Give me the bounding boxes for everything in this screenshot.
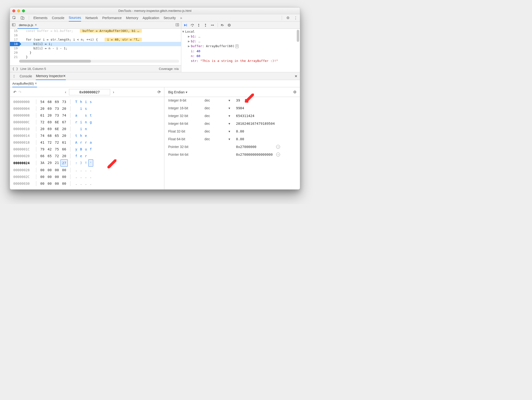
debugger-toggle-icon[interactable] [175, 23, 179, 27]
ascii-byte[interactable]: r [79, 139, 84, 146]
line-number[interactable]: 15 [10, 29, 19, 33]
line-number[interactable]: 16 [10, 33, 19, 37]
scope-variable[interactable]: n: 60 [182, 54, 300, 59]
hex-byte[interactable]: 41 [39, 139, 46, 146]
ascii-byte[interactable]: . [88, 180, 93, 187]
hex-byte[interactable]: 72 [53, 139, 61, 146]
line-number[interactable]: 20 [10, 51, 19, 55]
scope-variables[interactable]: ▼Local ▶b1: … ▶b2: … ▶buffer: ArrayBuffe… [181, 29, 300, 72]
line-number[interactable]: 19 [10, 46, 19, 51]
hex-byte[interactable]: 00 [53, 180, 61, 187]
ascii-byte[interactable]: h [79, 132, 84, 139]
ascii-byte[interactable]: n [84, 119, 88, 126]
main-tab-elements[interactable]: Elements [33, 16, 47, 20]
ascii-byte[interactable]: . [84, 173, 88, 180]
ascii-byte[interactable]: n [84, 126, 88, 132]
hex-byte[interactable]: 72 [53, 153, 61, 159]
ascii-byte[interactable]: . [79, 180, 84, 187]
ascii-byte[interactable]: A [74, 139, 79, 146]
code-line[interactable]: } [19, 55, 28, 59]
code-line[interactable] [19, 33, 26, 37]
refresh-icon[interactable]: ⟳ [158, 90, 161, 94]
ascii-byte[interactable]: ) [79, 159, 84, 167]
hex-byte[interactable]: 79 [39, 146, 46, 153]
ascii-byte[interactable]: e [79, 153, 84, 159]
ascii-byte[interactable]: s [84, 105, 88, 112]
hex-row[interactable]: 0000000861207374a st [13, 112, 161, 119]
close-drawer-icon[interactable]: ✕ [295, 74, 297, 78]
main-tab-sources[interactable]: Sources [69, 15, 81, 22]
ascii-byte[interactable]: . [84, 180, 88, 187]
hex-byte[interactable]: 00 [46, 173, 53, 180]
line-number[interactable]: 18 [10, 42, 19, 46]
address-input[interactable] [69, 89, 110, 95]
ascii-byte[interactable]: t [88, 112, 93, 119]
ascii-byte[interactable]: T [74, 98, 79, 105]
ascii-byte[interactable]: s [84, 112, 88, 119]
file-tab-demo-js[interactable]: demo-js.js ✕ [17, 22, 38, 29]
step-over-button[interactable] [190, 23, 194, 27]
settings-gear-icon[interactable]: ⚙ [286, 16, 289, 20]
code-editor[interactable]: 15 const buffer = b1.buffer; buffer = Ar… [10, 29, 181, 65]
scope-variable[interactable]: ▶b1: … [182, 34, 300, 39]
ascii-byte[interactable]: ! [84, 159, 88, 167]
ascii-byte[interactable]: i [84, 98, 88, 105]
ascii-byte[interactable]: . [74, 173, 79, 180]
hex-byte[interactable]: 69 [46, 119, 53, 126]
hex-byte[interactable]: 73 [61, 98, 68, 105]
hex-byte[interactable]: 65 [53, 132, 61, 139]
hex-byte[interactable]: 00 [61, 180, 68, 187]
hex-byte[interactable]: 20 [61, 105, 68, 112]
jump-to-address-icon[interactable]: → [276, 145, 280, 149]
code-line[interactable]: for (var i = str.length; i < n; ++i) { i… [19, 37, 142, 42]
next-page-icon[interactable]: › [110, 90, 117, 94]
hex-byte[interactable]: 3A [39, 159, 46, 167]
hex-byte[interactable]: 00 [53, 167, 61, 173]
hex-byte[interactable]: 42 [46, 146, 53, 153]
code-line[interactable]: } [19, 51, 31, 55]
ascii-byte[interactable]: . [88, 167, 93, 173]
ascii-byte[interactable]: B [79, 146, 84, 153]
encoding-select[interactable]: dec [205, 114, 236, 118]
ascii-byte[interactable] [74, 126, 79, 132]
ascii-byte[interactable]: a [88, 139, 93, 146]
prev-page-icon[interactable]: ‹ [62, 90, 69, 94]
drawer-kebab-icon[interactable]: ⋮ [12, 74, 16, 78]
hex-byte[interactable]: 68 [46, 132, 53, 139]
hex-byte[interactable]: 00 [61, 173, 68, 180]
ascii-byte[interactable]: f [88, 146, 93, 153]
drawer-tab-console[interactable]: Console [20, 72, 32, 80]
hex-byte[interactable]: 75 [53, 146, 61, 153]
ascii-byte[interactable]: i [79, 126, 84, 132]
device-toolbar-icon[interactable] [21, 16, 24, 20]
close-memory-tab-icon[interactable]: ✕ [35, 82, 37, 85]
hex-byte[interactable]: 27 [61, 159, 68, 167]
hex-row[interactable]: 0000001C79427566yBuf [13, 146, 161, 153]
ascii-byte[interactable]: . [84, 167, 88, 173]
hex-byte[interactable]: 00 [39, 180, 46, 187]
main-tab-performance[interactable]: Performance [102, 16, 122, 20]
hex-row[interactable]: 0000003000000000.... [13, 180, 161, 187]
hex-byte[interactable]: 69 [53, 98, 61, 105]
jump-to-address-icon[interactable]: → [276, 153, 280, 156]
hex-byte[interactable]: 6E [53, 126, 61, 132]
ascii-byte[interactable]: a [74, 112, 79, 119]
hex-byte[interactable]: 20 [61, 153, 68, 159]
values-settings-icon[interactable]: ⚙ [293, 90, 296, 94]
navigator-toggle-icon[interactable] [12, 23, 15, 27]
ascii-byte[interactable] [79, 112, 84, 119]
hex-row[interactable]: 0000001020696E20 in [13, 126, 161, 132]
close-tab-icon[interactable]: ✕ [35, 23, 37, 27]
hex-byte[interactable]: 20 [39, 105, 46, 112]
overflow-tabs-icon[interactable]: » [180, 16, 182, 20]
hex-byte[interactable]: 20 [61, 132, 68, 139]
hex-byte[interactable]: 20 [39, 126, 46, 132]
pause-on-exceptions-button[interactable] [228, 23, 231, 27]
hex-byte[interactable]: 00 [61, 167, 68, 173]
hex-byte[interactable]: 73 [53, 105, 61, 112]
hex-byte[interactable]: 6E [53, 119, 61, 126]
hex-byte[interactable]: 66 [61, 146, 68, 153]
minimize-window-button[interactable] [17, 9, 20, 12]
scrollbar-thumb[interactable] [297, 30, 299, 42]
main-tab-console[interactable]: Console [52, 16, 64, 20]
